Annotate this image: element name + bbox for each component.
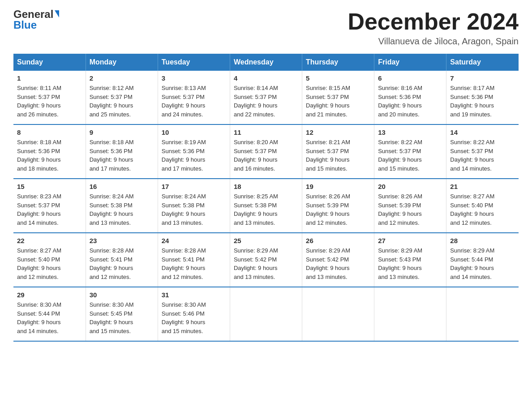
day-info: Sunrise: 8:15 AMSunset: 5:37 PMDaylight:… bbox=[306, 85, 350, 118]
col-header-friday: Friday bbox=[374, 54, 446, 71]
calendar-cell: 12 Sunrise: 8:21 AMSunset: 5:37 PMDaylig… bbox=[302, 124, 374, 179]
day-number: 10 bbox=[162, 128, 226, 136]
day-number: 11 bbox=[234, 128, 298, 136]
day-number: 7 bbox=[450, 74, 515, 82]
calendar-cell: 21 Sunrise: 8:27 AMSunset: 5:40 PMDaylig… bbox=[446, 179, 519, 233]
day-number: 30 bbox=[90, 291, 154, 299]
day-number: 13 bbox=[378, 128, 442, 136]
day-info: Sunrise: 8:30 AMSunset: 5:44 PMDaylight:… bbox=[17, 301, 61, 334]
day-info: Sunrise: 8:20 AMSunset: 5:37 PMDaylight:… bbox=[234, 139, 278, 172]
day-number: 2 bbox=[90, 74, 154, 82]
day-info: Sunrise: 8:29 AMSunset: 5:42 PMDaylight:… bbox=[234, 247, 278, 280]
col-header-monday: Monday bbox=[86, 54, 158, 71]
day-number: 22 bbox=[17, 237, 82, 244]
day-info: Sunrise: 8:26 AMSunset: 5:39 PMDaylight:… bbox=[306, 193, 350, 226]
day-number: 25 bbox=[234, 237, 298, 244]
day-info: Sunrise: 8:28 AMSunset: 5:41 PMDaylight:… bbox=[90, 247, 134, 280]
day-info: Sunrise: 8:16 AMSunset: 5:36 PMDaylight:… bbox=[378, 85, 422, 118]
day-number: 21 bbox=[450, 183, 515, 190]
day-info: Sunrise: 8:18 AMSunset: 5:36 PMDaylight:… bbox=[90, 139, 134, 172]
day-info: Sunrise: 8:22 AMSunset: 5:37 PMDaylight:… bbox=[378, 139, 422, 172]
calendar-cell: 15 Sunrise: 8:23 AMSunset: 5:37 PMDaylig… bbox=[13, 179, 86, 233]
calendar-cell: 27 Sunrise: 8:29 AMSunset: 5:43 PMDaylig… bbox=[374, 233, 446, 287]
day-number: 6 bbox=[378, 74, 442, 82]
day-number: 3 bbox=[162, 74, 226, 82]
day-info: Sunrise: 8:25 AMSunset: 5:38 PMDaylight:… bbox=[234, 193, 278, 226]
day-info: Sunrise: 8:23 AMSunset: 5:37 PMDaylight:… bbox=[17, 193, 61, 226]
day-info: Sunrise: 8:18 AMSunset: 5:36 PMDaylight:… bbox=[17, 139, 61, 172]
calendar-cell: 9 Sunrise: 8:18 AMSunset: 5:36 PMDayligh… bbox=[86, 124, 158, 179]
day-info: Sunrise: 8:24 AMSunset: 5:38 PMDaylight:… bbox=[162, 193, 206, 226]
day-info: Sunrise: 8:24 AMSunset: 5:38 PMDaylight:… bbox=[90, 193, 134, 226]
day-info: Sunrise: 8:30 AMSunset: 5:45 PMDaylight:… bbox=[90, 301, 134, 334]
col-header-sunday: Sunday bbox=[13, 54, 86, 71]
day-number: 26 bbox=[306, 237, 370, 244]
calendar-cell: 20 Sunrise: 8:26 AMSunset: 5:39 PMDaylig… bbox=[374, 179, 446, 233]
day-info: Sunrise: 8:12 AMSunset: 5:37 PMDaylight:… bbox=[90, 85, 134, 118]
logo-text-blue: Blue bbox=[13, 19, 37, 31]
calendar-cell: 14 Sunrise: 8:22 AMSunset: 5:37 PMDaylig… bbox=[446, 124, 519, 179]
calendar-cell: 7 Sunrise: 8:17 AMSunset: 5:36 PMDayligh… bbox=[446, 71, 519, 124]
col-header-wednesday: Wednesday bbox=[230, 54, 302, 71]
day-info: Sunrise: 8:28 AMSunset: 5:41 PMDaylight:… bbox=[162, 247, 206, 280]
calendar-cell: 13 Sunrise: 8:22 AMSunset: 5:37 PMDaylig… bbox=[374, 124, 446, 179]
calendar-cell bbox=[302, 287, 374, 341]
day-number: 24 bbox=[162, 237, 226, 244]
logo: General Blue bbox=[13, 9, 59, 31]
day-number: 16 bbox=[90, 183, 154, 190]
day-info: Sunrise: 8:11 AMSunset: 5:37 PMDaylight:… bbox=[17, 85, 61, 118]
calendar-week-5: 29 Sunrise: 8:30 AMSunset: 5:44 PMDaylig… bbox=[13, 287, 519, 341]
calendar-cell: 10 Sunrise: 8:19 AMSunset: 5:36 PMDaylig… bbox=[158, 124, 230, 179]
day-number: 8 bbox=[17, 128, 82, 136]
day-info: Sunrise: 8:29 AMSunset: 5:42 PMDaylight:… bbox=[306, 247, 350, 280]
day-number: 29 bbox=[17, 291, 82, 299]
day-info: Sunrise: 8:14 AMSunset: 5:37 PMDaylight:… bbox=[234, 85, 278, 118]
calendar-week-3: 15 Sunrise: 8:23 AMSunset: 5:37 PMDaylig… bbox=[13, 179, 519, 233]
day-info: Sunrise: 8:29 AMSunset: 5:44 PMDaylight:… bbox=[450, 247, 494, 280]
page-title: December 2024 bbox=[348, 9, 519, 34]
day-info: Sunrise: 8:29 AMSunset: 5:43 PMDaylight:… bbox=[378, 247, 422, 280]
calendar-cell: 2 Sunrise: 8:12 AMSunset: 5:37 PMDayligh… bbox=[86, 71, 158, 124]
calendar-cell bbox=[230, 287, 302, 341]
day-info: Sunrise: 8:27 AMSunset: 5:40 PMDaylight:… bbox=[17, 247, 61, 280]
day-number: 9 bbox=[90, 128, 154, 136]
calendar-cell bbox=[374, 287, 446, 341]
calendar-table: Sunday Monday Tuesday Wednesday Thursday… bbox=[13, 54, 519, 342]
calendar-cell: 1 Sunrise: 8:11 AMSunset: 5:37 PMDayligh… bbox=[13, 71, 86, 124]
day-info: Sunrise: 8:17 AMSunset: 5:36 PMDaylight:… bbox=[450, 85, 494, 118]
calendar-cell: 5 Sunrise: 8:15 AMSunset: 5:37 PMDayligh… bbox=[302, 71, 374, 124]
page-subtitle: Villanueva de Jiloca, Aragon, Spain bbox=[348, 36, 519, 47]
day-number: 4 bbox=[234, 74, 298, 82]
day-number: 31 bbox=[162, 291, 226, 299]
day-number: 27 bbox=[378, 237, 442, 244]
col-header-thursday: Thursday bbox=[302, 54, 374, 71]
day-info: Sunrise: 8:26 AMSunset: 5:39 PMDaylight:… bbox=[378, 193, 422, 226]
day-number: 17 bbox=[162, 183, 226, 190]
day-info: Sunrise: 8:13 AMSunset: 5:37 PMDaylight:… bbox=[162, 85, 206, 118]
calendar-week-2: 8 Sunrise: 8:18 AMSunset: 5:36 PMDayligh… bbox=[13, 124, 519, 179]
col-header-tuesday: Tuesday bbox=[158, 54, 230, 71]
calendar-header-row: Sunday Monday Tuesday Wednesday Thursday… bbox=[13, 54, 519, 71]
calendar-cell: 29 Sunrise: 8:30 AMSunset: 5:44 PMDaylig… bbox=[13, 287, 86, 341]
day-info: Sunrise: 8:19 AMSunset: 5:36 PMDaylight:… bbox=[162, 139, 206, 172]
calendar-cell bbox=[446, 287, 519, 341]
calendar-cell: 31 Sunrise: 8:30 AMSunset: 5:46 PMDaylig… bbox=[158, 287, 230, 341]
calendar-cell: 23 Sunrise: 8:28 AMSunset: 5:41 PMDaylig… bbox=[86, 233, 158, 287]
day-number: 28 bbox=[450, 237, 515, 244]
day-number: 20 bbox=[378, 183, 442, 190]
day-number: 1 bbox=[17, 74, 82, 82]
day-info: Sunrise: 8:22 AMSunset: 5:37 PMDaylight:… bbox=[450, 139, 494, 172]
calendar-cell: 26 Sunrise: 8:29 AMSunset: 5:42 PMDaylig… bbox=[302, 233, 374, 287]
calendar-cell: 8 Sunrise: 8:18 AMSunset: 5:36 PMDayligh… bbox=[13, 124, 86, 179]
calendar-week-1: 1 Sunrise: 8:11 AMSunset: 5:37 PMDayligh… bbox=[13, 71, 519, 124]
day-info: Sunrise: 8:21 AMSunset: 5:37 PMDaylight:… bbox=[306, 139, 350, 172]
page-header: General Blue December 2024 Villanueva de… bbox=[13, 9, 519, 47]
calendar-cell: 3 Sunrise: 8:13 AMSunset: 5:37 PMDayligh… bbox=[158, 71, 230, 124]
day-number: 5 bbox=[306, 74, 370, 82]
calendar-cell: 11 Sunrise: 8:20 AMSunset: 5:37 PMDaylig… bbox=[230, 124, 302, 179]
day-number: 12 bbox=[306, 128, 370, 136]
day-info: Sunrise: 8:27 AMSunset: 5:40 PMDaylight:… bbox=[450, 193, 494, 226]
calendar-cell: 4 Sunrise: 8:14 AMSunset: 5:37 PMDayligh… bbox=[230, 71, 302, 124]
title-block: December 2024 Villanueva de Jiloca, Arag… bbox=[348, 9, 519, 47]
day-info: Sunrise: 8:30 AMSunset: 5:46 PMDaylight:… bbox=[162, 301, 206, 334]
